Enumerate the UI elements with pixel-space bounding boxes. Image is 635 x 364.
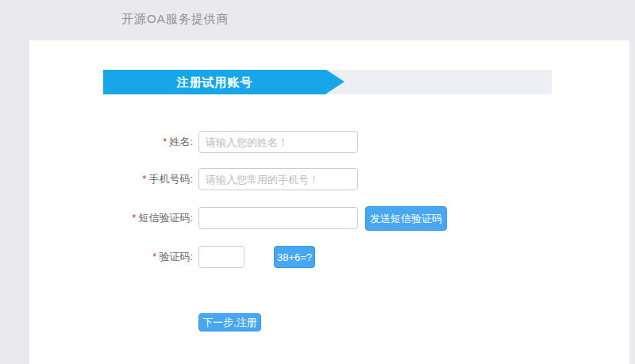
- banner-arrow-shape: [326, 70, 344, 94]
- phone-label: *手机号码:: [79, 168, 193, 190]
- captcha-question-button[interactable]: 38+6=?: [274, 246, 315, 268]
- name-label-text: 姓名:: [169, 136, 193, 148]
- sms-code-label-text: 短信验证码:: [138, 212, 193, 224]
- required-asterisk: *: [152, 251, 156, 262]
- sms-code-label: *短信验证码:: [79, 207, 193, 229]
- required-asterisk: *: [163, 136, 167, 148]
- required-asterisk: *: [142, 173, 146, 185]
- send-sms-button[interactable]: 发送短信验证码: [365, 206, 447, 231]
- sms-code-input[interactable]: [198, 207, 358, 229]
- captcha-label-text: 验证码:: [159, 251, 193, 262]
- page-title: 注册试用账号: [103, 70, 326, 94]
- captcha-input[interactable]: [198, 246, 244, 268]
- site-title: 开源OA服务提供商: [121, 12, 229, 27]
- registration-page: { "header": { "title": "开源OA服务提供商" }, "b…: [0, 0, 635, 364]
- name-input[interactable]: [198, 131, 358, 153]
- submit-register-button[interactable]: 下一步,注册: [198, 313, 261, 331]
- captcha-label: *验证码:: [79, 246, 193, 268]
- phone-label-text: 手机号码:: [148, 173, 193, 185]
- required-asterisk: *: [132, 212, 136, 224]
- phone-input[interactable]: [198, 168, 358, 190]
- name-label: *姓名:: [79, 131, 193, 153]
